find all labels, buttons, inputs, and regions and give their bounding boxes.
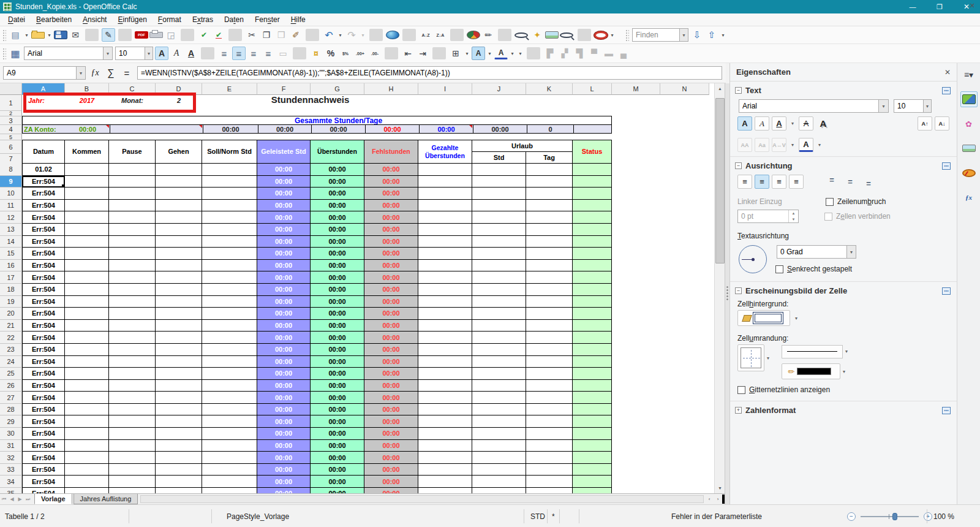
- close-document-icon[interactable]: ✕: [970, 2, 975, 10]
- cell-kommen[interactable]: [65, 476, 109, 488]
- separator[interactable]: [181, 29, 194, 41]
- sidebar-font-size-field[interactable]: [894, 100, 923, 112]
- sheet-tab[interactable]: Vorlage: [34, 494, 72, 504]
- cell-status[interactable]: [573, 188, 612, 200]
- find-next-icon[interactable]: ⇩: [690, 28, 704, 42]
- cell-kommen[interactable]: [65, 344, 109, 356]
- row-header[interactable]: 11: [0, 200, 22, 212]
- cell-geleistete[interactable]: 00:00: [257, 164, 311, 176]
- auto-spellcheck-icon[interactable]: ✔: [212, 28, 225, 42]
- row-header[interactable]: 7: [0, 154, 22, 164]
- separator[interactable]: [402, 29, 416, 41]
- column-header-m[interactable]: M: [612, 83, 660, 95]
- cell-status[interactable]: [573, 224, 612, 236]
- cell-empty[interactable]: [660, 224, 709, 236]
- cell-ueberstunden[interactable]: 00:00: [311, 320, 364, 332]
- name-box-dropdown-icon[interactable]: ▾: [76, 67, 85, 79]
- new-document-icon[interactable]: ▤: [9, 28, 22, 42]
- cell-ueberstunden[interactable]: 00:00: [311, 211, 364, 224]
- dialog-launcher-icon[interactable]: ▪▪▪: [942, 287, 951, 295]
- cell-soll[interactable]: [202, 380, 257, 392]
- cell-gehen[interactable]: [156, 452, 202, 464]
- cell-pause[interactable]: [109, 380, 156, 392]
- checkbox-icon[interactable]: [737, 386, 745, 394]
- cell-status[interactable]: [573, 164, 612, 176]
- font-color-dropdown-icon[interactable]: ▾: [816, 138, 823, 152]
- header-urlaub-tag[interactable]: Tag: [526, 152, 573, 164]
- cell-gehen[interactable]: [156, 380, 202, 392]
- cell-k4[interactable]: 0: [527, 125, 573, 133]
- cell-i4[interactable]: 00:00: [419, 125, 473, 133]
- vertical-scrollbar-thumb[interactable]: [715, 98, 725, 264]
- row-header[interactable]: 18: [0, 284, 22, 296]
- find-dropdown-icon[interactable]: ▾: [679, 29, 688, 41]
- cell-kommen[interactable]: [65, 380, 109, 392]
- shadow-icon[interactable]: A: [816, 116, 831, 131]
- cell-urlaub-std[interactable]: [472, 344, 526, 356]
- left-indent-stepper[interactable]: 0 pt ▲▼: [737, 210, 799, 223]
- align-objects-left-icon[interactable]: ▛: [543, 47, 557, 60]
- cell-g4[interactable]: 00:00: [311, 125, 365, 133]
- cell-geleistete[interactable]: 00:00: [257, 428, 311, 440]
- character-spacing-dropdown-icon[interactable]: ▾: [789, 138, 796, 152]
- cell-status[interactable]: [573, 332, 612, 344]
- cell-datum[interactable]: Err:504: [22, 380, 65, 392]
- edit-file-icon[interactable]: ✎: [102, 28, 115, 42]
- cell-fehlstunden[interactable]: 00:00: [364, 320, 418, 332]
- cell-empty[interactable]: [660, 356, 709, 368]
- email-icon[interactable]: ✉: [69, 28, 82, 42]
- align-left-icon[interactable]: ≡: [217, 47, 231, 60]
- cell-geleistete[interactable]: 00:00: [257, 368, 311, 380]
- cell-soll[interactable]: [202, 224, 257, 236]
- cell-urlaub-std[interactable]: [472, 284, 526, 296]
- section-title-alignment[interactable]: Ausrichtung: [745, 161, 793, 170]
- cell-empty[interactable]: [612, 332, 660, 344]
- cell-fehlstunden[interactable]: 00:00: [364, 415, 418, 428]
- open-icon[interactable]: [31, 32, 45, 39]
- row-header[interactable]: 32: [0, 452, 22, 464]
- cell-empty[interactable]: [612, 271, 660, 284]
- align-center-icon[interactable]: ≡: [232, 47, 246, 60]
- cell-gehen[interactable]: [156, 464, 202, 476]
- header-gehen[interactable]: Gehen: [156, 140, 202, 164]
- header-ueberstunden[interactable]: Überstunden: [311, 140, 364, 164]
- cell-ueberstunden[interactable]: 00:00: [311, 308, 364, 320]
- select-all-corner[interactable]: [0, 83, 22, 95]
- cell-pause[interactable]: [109, 200, 156, 212]
- cell-soll[interactable]: [202, 284, 257, 296]
- cell-gehen[interactable]: [156, 260, 202, 272]
- column-header-n[interactable]: N: [660, 83, 709, 95]
- cell-gezahlte[interactable]: [418, 428, 472, 440]
- selection-mode-status[interactable]: STD: [530, 505, 545, 527]
- row-header[interactable]: 29: [0, 415, 22, 428]
- cell-ueberstunden[interactable]: 00:00: [311, 476, 364, 488]
- cell-status[interactable]: [573, 368, 612, 380]
- cell-empty[interactable]: [612, 284, 660, 296]
- section-title-text[interactable]: Text: [745, 86, 761, 95]
- collapse-icon[interactable]: −: [735, 87, 742, 94]
- cell-fehlstunden[interactable]: 00:00: [364, 260, 418, 272]
- cell-datum[interactable]: Err:504: [22, 260, 65, 272]
- cell-empty[interactable]: [660, 392, 709, 404]
- cell-geleistete[interactable]: 00:00: [257, 200, 311, 212]
- header-urlaub-std[interactable]: Std: [472, 152, 526, 164]
- menu-item[interactable]: Daten: [219, 14, 249, 25]
- cell-geleistete[interactable]: 00:00: [257, 260, 311, 272]
- row-header[interactable]: 23: [0, 344, 22, 356]
- cell-gehen[interactable]: [156, 248, 202, 260]
- cell-empty[interactable]: [660, 488, 709, 493]
- cell-urlaub-std[interactable]: [472, 452, 526, 464]
- cell-urlaub-std[interactable]: [472, 380, 526, 392]
- insert-chart-icon[interactable]: [467, 31, 480, 39]
- cell-empty[interactable]: [612, 488, 660, 493]
- row-header[interactable]: 33: [0, 464, 22, 476]
- cell-urlaub-tag[interactable]: [526, 404, 573, 416]
- cell-gehen[interactable]: [156, 296, 202, 308]
- sidebar-splitter[interactable]: [725, 83, 729, 504]
- section-title-number-format[interactable]: Zahlenformat: [745, 406, 796, 415]
- cell-soll[interactable]: [202, 296, 257, 308]
- cell-gezahlte[interactable]: [418, 164, 472, 176]
- merge-cells-checkbox[interactable]: Zellen verbinden: [824, 212, 891, 221]
- cell-e4[interactable]: 00:00: [203, 125, 258, 133]
- cell-soll[interactable]: [202, 415, 257, 428]
